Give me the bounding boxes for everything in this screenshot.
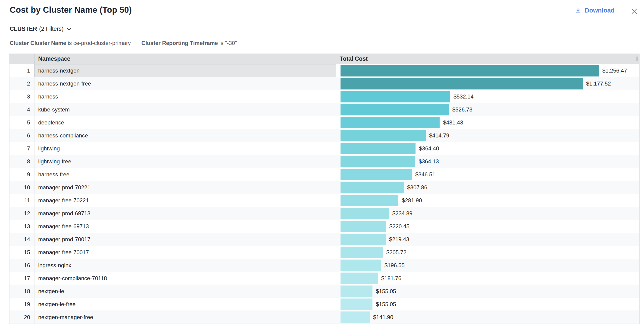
table-row[interactable]: 20nextgen-manager-free$141.90 (10, 311, 639, 324)
total-cost-cell[interactable]: $141.90 (336, 311, 639, 323)
table-row[interactable]: 13manager-free-69713$220.45 (10, 220, 639, 233)
namespace-label: harness-nextgen (38, 67, 80, 74)
namespace-label: nextgen-le (38, 288, 64, 294)
total-cost-cell[interactable]: $364.40 (336, 142, 639, 155)
row-index: 20 (10, 311, 34, 323)
namespace-cell[interactable]: nextgen-le-free (34, 298, 336, 310)
namespace-cell[interactable]: nextgen-le (34, 285, 336, 297)
download-label: Download (585, 7, 614, 14)
table-row[interactable]: 3harness$532.14 (10, 90, 639, 103)
row-index: 1 (10, 64, 34, 77)
cost-value: $481.43 (443, 119, 463, 126)
row-index: 6 (10, 129, 34, 142)
namespace-cell[interactable]: deepfence (34, 116, 336, 129)
namespace-cell[interactable]: lightwing-free (34, 155, 336, 168)
cost-bar (340, 65, 599, 76)
total-cost-cell[interactable]: $481.43 (336, 116, 639, 129)
total-cost-cell[interactable]: $364.13 (336, 155, 639, 168)
namespace-label: manager-free-70221 (38, 197, 89, 204)
total-cost-cell[interactable]: $219.43 (336, 233, 639, 246)
scrollbar-thumb[interactable] (636, 57, 638, 61)
namespace-cell[interactable]: manager-compliance-70118 (34, 272, 336, 285)
cost-bar (340, 156, 415, 167)
table-row[interactable]: 15manager-free-70017$205.72 (10, 246, 639, 259)
total-cost-cell[interactable]: $155.05 (336, 285, 639, 297)
filter-chip-label: Cluster Cluster Name (10, 40, 66, 46)
filter-group-toggle[interactable]: CLUSTER (2 Filters) (10, 26, 71, 32)
header-cell-namespace[interactable]: Namespace (34, 54, 336, 64)
namespace-cell[interactable]: harness-compliance (34, 129, 336, 142)
close-button[interactable] (630, 7, 638, 16)
total-cost-column-label: Total Cost (340, 55, 368, 62)
table-row[interactable]: 16ingress-nginx$196.55 (10, 259, 639, 272)
table-row[interactable]: 18nextgen-le$155.05 (10, 285, 639, 298)
namespace-cell[interactable]: manager-free-70017 (34, 246, 336, 259)
namespace-cell[interactable]: manager-prod-70017 (34, 233, 336, 246)
table-row[interactable]: 10manager-prod-70221$307.86 (10, 181, 639, 194)
table-header-row: Namespace Total Cost (10, 54, 639, 64)
total-cost-cell[interactable]: $346.51 (336, 168, 639, 181)
namespace-cell[interactable]: kube-system (34, 103, 336, 116)
namespace-label: harness-compliance (38, 132, 88, 139)
table-row[interactable]: 2harness-nextgen-free$1,177.52 (10, 77, 639, 90)
namespace-label: manager-free-70017 (38, 249, 89, 256)
total-cost-cell[interactable]: $307.86 (336, 181, 639, 194)
total-cost-cell[interactable]: $532.14 (336, 90, 639, 103)
table-row[interactable]: 9harness-free$346.51 (10, 168, 639, 181)
page-title: Cost by Cluster Name (Top 50) (10, 5, 132, 15)
filter-chip-cluster-name: Cluster Cluster Name is ce-prod-cluster-… (10, 40, 131, 46)
namespace-cell[interactable]: harness-nextgen (34, 64, 336, 77)
total-cost-cell[interactable]: $205.72 (336, 246, 639, 259)
namespace-cell[interactable]: manager-free-70221 (34, 194, 336, 207)
filter-summary: Cluster Cluster Name is ce-prod-cluster-… (10, 40, 237, 46)
cost-value: $532.14 (454, 93, 474, 100)
table-row[interactable]: 17manager-compliance-70118$181.76 (10, 272, 639, 285)
table-row[interactable]: 8lightwing-free$364.13 (10, 155, 639, 168)
total-cost-cell[interactable]: $526.73 (336, 103, 639, 116)
cost-bar (340, 260, 381, 271)
row-index: 13 (10, 220, 34, 233)
cost-value: $155.05 (376, 301, 396, 307)
table-row[interactable]: 19nextgen-le-free$155.05 (10, 298, 639, 311)
table-row[interactable]: 12manager-prod-69713$234.89 (10, 207, 639, 220)
table-row[interactable]: 4kube-system$526.73 (10, 103, 639, 116)
total-cost-cell[interactable]: $414.79 (336, 129, 639, 142)
namespace-cell[interactable]: harness-free (34, 168, 336, 181)
namespace-cell[interactable]: manager-free-69713 (34, 220, 336, 233)
row-index: 5 (10, 116, 34, 129)
total-cost-cell[interactable]: $220.45 (336, 220, 639, 233)
namespace-cell[interactable]: manager-prod-70221 (34, 181, 336, 194)
table-row[interactable]: 6harness-compliance$414.79 (10, 129, 639, 142)
total-cost-cell[interactable]: $196.55 (336, 259, 639, 272)
cost-bar (340, 195, 398, 206)
download-button[interactable]: Download (574, 7, 614, 14)
total-cost-cell[interactable]: $155.05 (336, 298, 639, 310)
total-cost-cell[interactable]: $1,256.47 (336, 64, 639, 77)
cost-bar (340, 247, 383, 258)
cost-value: $526.73 (452, 106, 472, 113)
row-index: 15 (10, 246, 34, 259)
table-row[interactable]: 14manager-prod-70017$219.43 (10, 233, 639, 246)
cost-value: $364.13 (419, 158, 439, 165)
namespace-cell[interactable]: ingress-nginx (34, 259, 336, 272)
namespace-cell[interactable]: manager-prod-69713 (34, 207, 336, 220)
table-row[interactable]: 7lightwing$364.40 (10, 142, 639, 155)
table-row[interactable]: 1harness-nextgen$1,256.47 (10, 64, 639, 77)
cost-bar (340, 311, 370, 323)
namespace-label: nextgen-manager-free (38, 314, 93, 320)
namespace-label: kube-system (38, 106, 70, 113)
table-row[interactable]: 5deepfence$481.43 (10, 116, 639, 129)
total-cost-cell[interactable]: $281.90 (336, 194, 639, 207)
namespace-cell[interactable]: harness (34, 90, 336, 103)
cost-value: $414.79 (429, 132, 449, 139)
namespace-cell[interactable]: lightwing (34, 142, 336, 155)
header-cell-index (10, 54, 34, 64)
namespace-cell[interactable]: harness-nextgen-free (34, 77, 336, 90)
total-cost-cell[interactable]: $1,177.52 (336, 77, 639, 90)
total-cost-cell[interactable]: $181.76 (336, 272, 639, 285)
total-cost-cell[interactable]: $234.89 (336, 207, 639, 220)
cost-value: $155.05 (376, 288, 396, 294)
table-row[interactable]: 11manager-free-70221$281.90 (10, 194, 639, 207)
header-cell-total-cost[interactable]: Total Cost (336, 54, 639, 64)
namespace-cell[interactable]: nextgen-manager-free (34, 311, 336, 323)
